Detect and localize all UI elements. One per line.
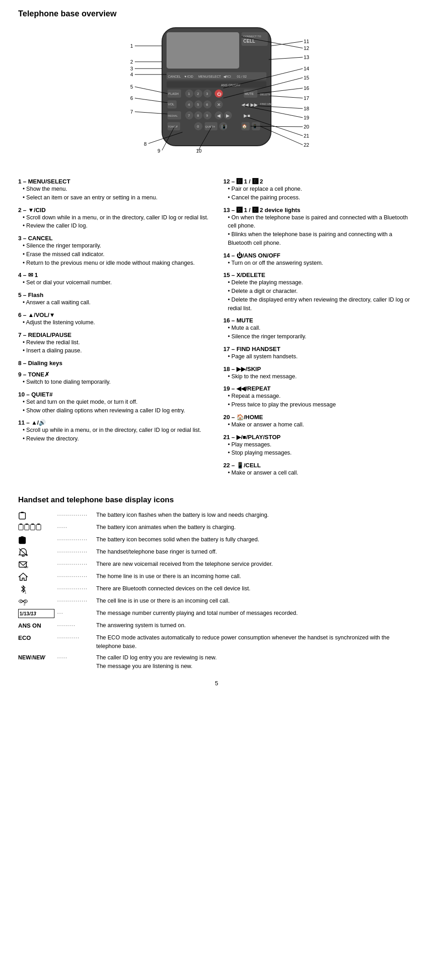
item-13: 13 – 🅱 1 / 🅱 2 device lights On when the… (223, 207, 415, 247)
svg-text:2: 2 (24, 603, 25, 606)
icon-dots-7: ··············· (57, 584, 93, 593)
icon-dots-3: ··············· (57, 535, 93, 544)
icon-desc-message-number: The message number currently playing and… (96, 609, 415, 618)
section2-title: Handset and telephone base display icons (18, 495, 415, 505)
icon-desc-battery-charging: The battery icon animates when the batte… (96, 523, 415, 532)
icon-new: NEW/NEW (18, 653, 54, 662)
icon-voicemail: VM (18, 560, 54, 569)
icon-row-battery-charging: ····· The battery icon animates when the… (18, 523, 415, 532)
svg-text:6: 6 (206, 103, 208, 107)
svg-text:CANCEL: CANCEL (168, 75, 181, 78)
svg-rect-118 (36, 525, 41, 530)
item-21: 21 – ▶/■/PLAY/STOP Play messages. Stop p… (223, 434, 415, 458)
svg-rect-120 (19, 537, 25, 544)
item-16-bullet-2: Silence the ringer temporarily. (228, 332, 415, 341)
item-18-bullet-1: Skip to the next message. (228, 372, 415, 381)
item-17-bullet-1: Page all system handsets. (228, 352, 415, 361)
item-6: 6 – ▲/VOL/▼ Adjust the listening volume. (18, 312, 210, 327)
svg-text:9: 9 (157, 148, 160, 153)
item-19: 19 – ◀◀/REPEAT Repeat a message. Press t… (223, 385, 415, 409)
icon-row-message-number: 1/13/13 ··· The message number currently… (18, 609, 415, 619)
icon-battery-charging (18, 523, 54, 532)
svg-rect-113 (20, 524, 22, 525)
item-16-bullet-1: Mute a call. (228, 324, 415, 332)
icon-row-new: NEW/NEW ····· The caller ID log entry yo… (18, 653, 415, 671)
item-9-title: 9 – TONE✗ (18, 371, 210, 378)
svg-text:7: 7 (188, 114, 190, 118)
svg-text:5: 5 (130, 84, 133, 89)
item-21-bullet-1: Play messages. (228, 441, 415, 449)
item-6-title: 6 – ▲/VOL/▼ (18, 312, 210, 318)
svg-text:12: 12 (304, 45, 309, 51)
item-14-bullet-1: Turn on or off the answering system. (228, 259, 415, 267)
svg-point-122 (22, 555, 24, 557)
svg-rect-121 (21, 536, 24, 538)
item-14-title: 14 – ⏻/ANS ON/OFF (223, 252, 415, 259)
item-2-bullet-2: Review the caller ID log. (23, 222, 210, 230)
svg-text:▼/CID: ▼/CID (184, 75, 193, 78)
icon-home-line (18, 572, 54, 581)
svg-text:MUTE: MUTE (245, 92, 254, 95)
svg-text:9: 9 (206, 114, 208, 118)
item-13-bullet-1: On when the telephone base is paired and… (228, 213, 415, 231)
icon-ans-on: ANS ON (18, 621, 54, 630)
item-3-bullet-3: Return to the previous menu or idle mode… (23, 259, 210, 267)
item-20-title: 20 – 🏠/HOME (223, 414, 415, 421)
icon-row-battery-full: ··············· The battery icon becomes… (18, 535, 415, 544)
phone-diagram: CONNECT TO CELL CANCEL ▼/CID MENU/SELECT… (18, 23, 415, 170)
item-11: 11 – ▲/🔊 Scroll up while in a menu, or i… (18, 419, 210, 443)
svg-rect-119 (37, 524, 40, 525)
svg-text:📳: 📳 (221, 124, 227, 129)
item-7-title: 7 – REDIAL/PAUSE (18, 332, 210, 338)
svg-text:VOL: VOL (168, 103, 174, 106)
svg-text:7: 7 (130, 109, 133, 114)
item-2-title: 2 – ▼/CID (18, 207, 210, 213)
svg-text:18: 18 (304, 106, 309, 111)
item-9: 9 – TONE✗ Switch to tone dialing tempora… (18, 371, 210, 386)
icon-dots-12: ····· (57, 653, 93, 662)
icon-dots-11: ··········· (57, 634, 93, 642)
item-11-title: 11 – ▲/🔊 (18, 419, 210, 426)
item-20: 20 – 🏠/HOME Make or answer a home call. (223, 414, 415, 429)
icon-battery-low (18, 511, 54, 520)
svg-text:1: 1 (130, 43, 133, 49)
item-22: 22 – 📱/CELL Make or answer a cell call. (223, 462, 415, 477)
icon-eco: ECO (18, 634, 54, 643)
item-19-title: 19 – ◀◀/REPEAT (223, 385, 415, 392)
item-2-bullet-1: Scroll down while in a menu, or in the d… (23, 213, 210, 222)
item-15-bullet-2: Delete a digit or character. (228, 287, 415, 296)
svg-text:17: 17 (304, 95, 309, 101)
svg-rect-111 (21, 512, 24, 513)
icon-message-number: 1/13/13 (18, 609, 54, 619)
item-21-bullet-2: Stop playing messages. (228, 449, 415, 457)
svg-text:5: 5 (197, 103, 199, 107)
description-columns: 1 – MENU/SELECT Show the menu. Select an… (18, 178, 415, 482)
svg-text:VM: VM (24, 565, 28, 569)
item-5-title: 5 – Flash (18, 292, 210, 298)
svg-rect-116 (30, 525, 35, 530)
item-2: 2 – ▼/CID Scroll down while in a menu, o… (18, 207, 210, 231)
item-20-bullet-1: Make or answer a home call. (228, 421, 415, 429)
icon-cell-line: 2 (18, 597, 54, 606)
item-19-bullet-1: Repeat a message. (228, 392, 415, 401)
item-19-bullet-2: Press twice to play the previous message (228, 401, 415, 409)
item-12-title: 12 – 🅱 1 / 🅱 2 (223, 178, 415, 185)
icon-desc-ans-on: The answering system is turned on. (96, 621, 415, 630)
svg-text:3: 3 (130, 66, 133, 71)
icon-desc-battery-low: The battery icon flashes when the batter… (96, 511, 415, 520)
svg-rect-1 (167, 32, 239, 69)
item-12-bullet-1: Pair or replace a cell phone. (228, 185, 415, 193)
svg-point-128 (23, 600, 24, 602)
svg-text:FLASH: FLASH (168, 92, 179, 95)
icon-dots-9: ··· (57, 609, 93, 618)
item-5: 5 – Flash Answer a call waiting call. (18, 292, 210, 307)
icon-row-battery-low: ··············· The battery icon flashes… (18, 511, 415, 520)
item-4-title: 4 – ✉ 1 (18, 272, 210, 278)
item-12: 12 – 🅱 1 / 🅱 2 Pair or replace a cell ph… (223, 178, 415, 202)
svg-text:4: 4 (188, 103, 190, 107)
icon-dots-5: ··············· (57, 560, 93, 569)
icon-dots-4: ··············· (57, 548, 93, 556)
item-15-bullet-1: Delete the playing message. (228, 278, 415, 287)
icon-row-eco: ECO ··········· The ECO mode activates a… (18, 634, 415, 651)
svg-rect-110 (19, 513, 25, 519)
